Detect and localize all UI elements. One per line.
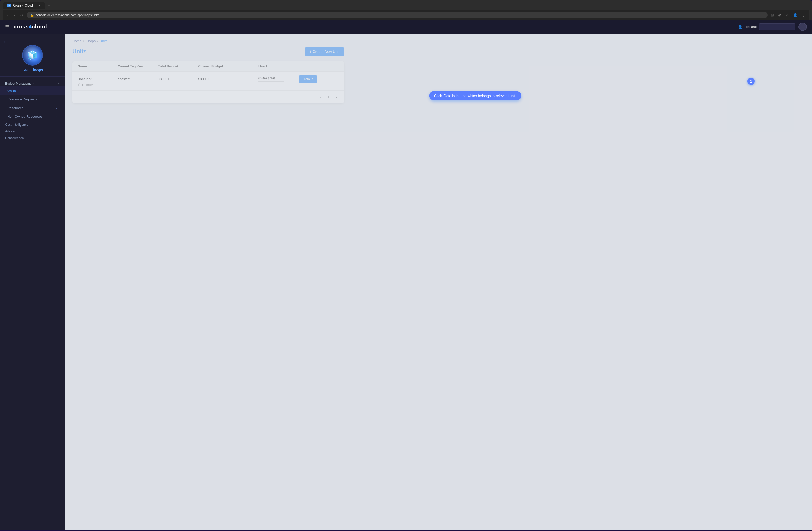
step-number: 1 [750,79,752,83]
cost-intelligence-label: Cost Intelligence [5,123,28,127]
sidebar-section-budget-management[interactable]: Budget Management ∧ [0,80,65,86]
profile-avatar: 🧊 [22,45,43,66]
sidebar: ‹ 🧊 C4C Finops Budget Management ∧ Units… [0,34,65,530]
bookmark-icon[interactable]: ☆ [784,12,790,18]
tenant-user-icon: 👤 [737,24,743,30]
app-shell: ☰ cross4cloud 👤 Tenant: ‹ 🧊 C4C Finops [0,20,812,530]
content-area: Home / Finops / Units Units + Create New… [65,34,812,530]
sidebar-item-resource-requests[interactable]: Resource Requests [0,95,65,104]
cell-used: $0.00 (%0) [258,76,299,82]
tooltip-box: Click 'Details' button which belongs to … [430,91,521,100]
top-nav-right: 👤 Tenant: [737,23,807,31]
non-owned-resources-label: Non-Owned Resources [7,115,42,118]
profile-back-button[interactable]: ‹ [4,40,5,44]
sidebar-section-cost-intelligence[interactable]: Cost Intelligence [0,121,65,128]
top-nav: ☰ cross4cloud 👤 Tenant: [0,20,812,34]
cell-current-budget: $300.00 [198,77,258,81]
page-title: Units [72,48,87,55]
create-new-unit-button[interactable]: + Create New Unit [305,47,344,56]
remove-icon: 🗑 [77,83,81,87]
tooltip-container: Click 'Details' button which belongs to … [430,91,521,100]
table-header: Name Owned Tag Key Total Budget Current … [72,61,344,72]
col-total-budget: Total Budget [158,64,198,68]
cell-owned-tag-key: docstest [118,77,158,81]
address-bar[interactable]: 🔒 console.dev.cross4cloud.com/app/finops… [27,12,768,18]
profile-icon[interactable]: 👤 [792,12,798,18]
reload-button[interactable]: ↺ [18,12,25,18]
resources-label: Resources [7,106,24,110]
breadcrumb-home[interactable]: Home [72,39,82,43]
resources-chevron: ∨ [56,106,58,109]
sidebar-section-configuration[interactable]: Configuration [0,134,65,141]
advice-chevron: ∨ [57,130,60,133]
cast-icon[interactable]: ⊡ [770,12,775,18]
toolbar-actions: ⊡ ⊕ ☆ 👤 ⋮ [770,12,806,18]
breadcrumb: Home / Finops / Units [72,39,344,43]
new-tab-button[interactable]: + [46,2,52,9]
browser-chrome: 4 Cross 4 Cloud ✕ + ‹ › ↺ 🔒 console.dev.… [0,0,812,20]
back-arrow-icon: ‹ [4,40,5,44]
col-name: Name [77,64,118,68]
tenant-label: Tenant: [745,25,757,29]
sidebar-item-resources[interactable]: Resources ∨ [0,104,65,112]
cell-name: DocsTest [77,77,118,81]
sidebar-section-advice[interactable]: Advice ∨ [0,128,65,134]
col-actions-1 [299,64,339,68]
sidebar-item-units[interactable]: Units [0,86,65,95]
sidebar-profile: ‹ 🧊 C4C Finops [0,34,65,76]
content-inner: Home / Finops / Units Units + Create New… [65,34,351,109]
col-used: Used [258,64,299,68]
details-button[interactable]: Details [299,75,318,83]
budget-management-label: Budget Management [5,82,34,85]
tenant-input[interactable] [759,24,795,30]
resource-requests-label: Resource Requests [7,97,37,101]
page-header: Units + Create New Unit [72,47,344,56]
active-tab[interactable]: 4 Cross 4 Cloud ✕ [3,2,45,9]
tab-title: Cross 4 Cloud [13,4,33,7]
url-text: console.dev.cross4cloud.com/app/finops/u… [36,13,99,17]
cell-details: Details [299,75,339,83]
profile-name: C4C Finops [21,68,43,72]
step-badge: 1 [748,77,755,85]
used-progress-bar-bg [258,81,285,82]
user-avatar[interactable] [798,23,807,31]
profile-avatar-icon: 🧊 [27,50,38,60]
zoom-icon[interactable]: ⊕ [777,12,782,18]
pagination: ‹ 1 › [72,90,344,103]
cell-total-budget: $300.00 [158,77,198,81]
main-layout: ‹ 🧊 C4C Finops Budget Management ∧ Units… [0,34,812,530]
col-current-budget: Current Budget [198,64,258,68]
lock-icon: 🔒 [30,14,34,17]
tenant-area: 👤 Tenant: [737,24,795,30]
menu-icon[interactable]: ⋮ [800,12,806,18]
used-amount-text: $0.00 (%0) [258,76,299,80]
browser-toolbar: ‹ › ↺ 🔒 console.dev.cross4cloud.com/app/… [3,11,809,20]
cell-remove: 🗑 Remove [77,83,118,87]
hamburger-menu-button[interactable]: ☰ [5,24,9,30]
remove-button[interactable]: 🗑 Remove [77,83,95,87]
browser-tabs: 4 Cross 4 Cloud ✕ + [3,2,809,9]
sidebar-nav: Budget Management ∧ Units Resource Reque… [0,76,65,144]
units-table: Name Owned Tag Key Total Budget Current … [72,61,344,103]
col-owned-tag-key: Owned Tag Key [118,64,158,68]
breadcrumb-current: Units [100,39,107,43]
breadcrumb-sep-1: / [83,39,84,43]
back-button[interactable]: ‹ [6,12,10,18]
sidebar-item-non-owned-resources[interactable]: Non-Owned Resources ∨ [0,112,65,121]
non-owned-resources-chevron: ∨ [56,115,58,118]
app-logo: cross4cloud [14,24,47,30]
tab-favicon: 4 [7,4,11,7]
prev-page-button[interactable]: ‹ [318,94,323,100]
breadcrumb-sep-2: / [97,39,98,43]
next-page-button[interactable]: › [333,94,339,100]
configuration-label: Configuration [5,137,24,140]
budget-management-chevron: ∧ [57,82,60,85]
tab-close-button[interactable]: ✕ [38,4,41,7]
table-row: DocsTest docstest $300.00 $300.00 $0.00 … [72,72,344,90]
remove-label: Remove [82,83,95,87]
units-label: Units [7,89,16,93]
forward-button[interactable]: › [12,12,17,18]
advice-label: Advice [5,130,15,133]
breadcrumb-finops[interactable]: Finops [85,39,96,43]
current-page: 1 [325,94,331,100]
